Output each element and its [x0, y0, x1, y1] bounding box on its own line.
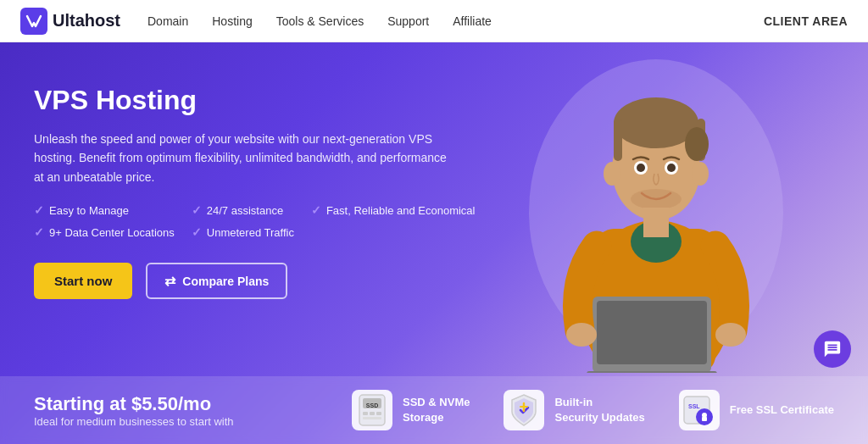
svg-rect-0 — [20, 8, 47, 35]
feature-ssd: SSD SSD & NVMeStorage — [352, 390, 470, 430]
ssd-text: SSD & NVMeStorage — [403, 395, 470, 425]
feature-label-1: Easy to Manage — [49, 204, 129, 217]
feature-datacenter: ✓ 9+ Data Center Locations — [34, 225, 192, 239]
svg-point-18 — [604, 162, 620, 186]
bottom-features: SSD SSD & NVMeStorage — [352, 390, 834, 430]
ssl-icon: SSL — [679, 390, 720, 430]
feature-reliable: ✓ Fast, Reliable and Economical — [311, 203, 492, 217]
nav-support[interactable]: Support — [387, 14, 429, 28]
svg-rect-26 — [363, 412, 368, 415]
feature-label-5: Unmetered Traffic — [207, 226, 294, 239]
ssd-icon: SSD — [352, 390, 392, 430]
svg-point-14 — [637, 164, 645, 172]
hero-bottom-bar: Starting at $5.50/mo Ideal for medium bu… — [0, 376, 868, 444]
navbar: Ultahost Domain Hosting Tools & Services… — [0, 0, 868, 42]
client-area-link[interactable]: CLIENT AREA — [764, 14, 848, 28]
nav-domain[interactable]: Domain — [147, 14, 188, 28]
svg-rect-28 — [376, 412, 381, 415]
svg-rect-29 — [363, 417, 381, 419]
compare-label: Compare Plans — [182, 275, 269, 288]
bottom-pricing: Starting at $5.50/mo Ideal for medium bu… — [34, 393, 352, 428]
starting-price: Starting at $5.50/mo — [34, 393, 352, 415]
feature-ssl: SSL Free SSL Certificate — [679, 390, 834, 430]
compare-icon: ⇄ — [164, 273, 175, 289]
logo-text: Ultahost — [53, 11, 120, 31]
svg-point-21 — [566, 323, 597, 347]
svg-rect-6 — [597, 301, 707, 364]
chat-bubble-button[interactable] — [814, 330, 851, 368]
hero-content: VPS Hosting Unleash the speed and power … — [34, 85, 492, 341]
svg-point-22 — [715, 323, 746, 347]
ssl-text: Free SSL Certificate — [730, 402, 834, 418]
check-icon-3: ✓ — [311, 203, 321, 217]
nav-hosting[interactable]: Hosting — [212, 14, 252, 28]
feature-manage: ✓ Easy to Manage — [34, 203, 192, 217]
feature-label-2: 24/7 assistance — [207, 204, 283, 217]
features-list: ✓ Easy to Manage ✓ 24/7 assistance ✓ Fas… — [34, 203, 492, 239]
check-icon-1: ✓ — [34, 203, 44, 217]
feature-traffic: ✓ Unmetered Traffic — [192, 225, 311, 239]
hero-buttons: Start now ⇄ Compare Plans — [34, 263, 492, 299]
check-icon-5: ✓ — [192, 225, 202, 239]
compare-plans-button[interactable]: ⇄ Compare Plans — [146, 263, 287, 299]
svg-text:SSD: SSD — [366, 402, 378, 408]
check-icon-2: ✓ — [192, 203, 202, 217]
svg-point-19 — [692, 162, 709, 186]
nav-affiliate[interactable]: Affiliate — [453, 14, 492, 28]
start-now-button[interactable]: Start now — [34, 263, 132, 299]
hero-description: Unleash the speed and power of your webs… — [34, 130, 458, 186]
hero-title: VPS Hosting — [34, 85, 492, 116]
svg-rect-20 — [643, 208, 669, 237]
logo[interactable]: Ultahost — [20, 8, 120, 35]
svg-rect-7 — [587, 371, 717, 373]
hero-section: VPS Hosting Unleash the speed and power … — [0, 42, 868, 444]
feature-label-3: Fast, Reliable and Economical — [326, 204, 476, 217]
svg-point-12 — [685, 127, 709, 161]
svg-rect-34 — [702, 417, 707, 421]
feature-security: Built-inSecurity Updates — [504, 390, 644, 430]
bottom-ideal-text: Ideal for medium businesses to start wit… — [34, 415, 352, 428]
feature-support: ✓ 24/7 assistance — [192, 203, 311, 217]
security-text: Built-inSecurity Updates — [554, 395, 644, 425]
nav-links: Domain Hosting Tools & Services Support … — [147, 14, 764, 28]
svg-point-17 — [631, 189, 682, 209]
nav-tools-services[interactable]: Tools & Services — [276, 14, 364, 28]
svg-rect-27 — [370, 412, 375, 415]
check-icon-4: ✓ — [34, 225, 44, 239]
svg-point-16 — [667, 164, 676, 172]
hero-person-image — [512, 42, 800, 373]
security-icon — [504, 390, 544, 430]
feature-label-4: 9+ Data Center Locations — [49, 226, 175, 239]
svg-text:SSL: SSL — [688, 403, 700, 409]
svg-rect-10 — [614, 119, 622, 161]
